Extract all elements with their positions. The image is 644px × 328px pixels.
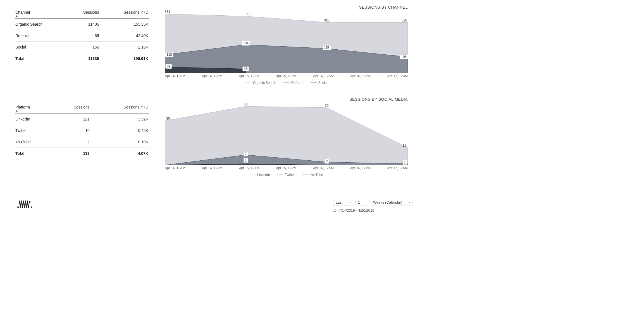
data-label: 328 <box>323 18 331 23</box>
select-value: Weeks (Calendar) <box>373 200 402 204</box>
col-label: Sessions <box>83 10 99 15</box>
data-label: 26 <box>242 67 249 71</box>
table-row[interactable]: Twitter 10 0.45K <box>15 125 149 136</box>
unit-select[interactable]: Weeks (Calendar) ▾ <box>371 199 412 206</box>
legend-swatch <box>302 175 308 175</box>
xtick: Apr 16, 12PM <box>350 74 371 78</box>
input-value: 1 <box>358 200 360 204</box>
cell-sessions: 165 <box>67 42 100 53</box>
table-row[interactable]: YouTube 2 0.10K <box>15 136 149 148</box>
table-total-row: Total 133 4.07K <box>15 148 149 159</box>
relative-select[interactable]: Last ▾ <box>333 199 353 206</box>
data-label: 184 <box>242 41 250 46</box>
chart-legend: Organic Search Referral Social <box>165 81 408 85</box>
date-range-text: 4/14/2019 - 4/20/2019 <box>339 208 374 213</box>
x-axis-ticks: Apr 14, 12AM Apr 14, 12PM Apr 15, 12AM A… <box>165 74 408 78</box>
chart-title: SESSIONS BY CHANNEL <box>165 5 408 9</box>
col-sessions-ytd[interactable]: Sessions YTD <box>91 103 149 114</box>
xtick: Apr 17, 12AM <box>387 74 408 78</box>
table-total-row: Total 11635 199.91K <box>15 53 149 64</box>
legend-item[interactable]: Referral <box>283 81 303 85</box>
sort-asc-icon: ▲ <box>15 109 50 112</box>
date-range-controls: Last ▾ 1 Weeks (Calendar) ▾ 🗓 4/14/2019 … <box>333 199 412 213</box>
chart-plot[interactable]: 30 40 39 12 7 2 1 1 <box>165 103 408 165</box>
legend-label: Organic Search <box>253 81 276 85</box>
amount-input[interactable]: 1 <box>356 199 368 206</box>
data-label: 328 <box>400 18 408 23</box>
data-label: 368 <box>245 12 252 16</box>
chart-plot[interactable]: 381 368 328 328 118 184 158 105 39 26 <box>165 11 408 73</box>
xtick: Apr 16, 12AM <box>313 74 333 78</box>
col-platform[interactable]: Platform ▲ <box>15 103 51 114</box>
chart-sessions-by-social[interactable]: SESSIONS BY SOCIAL MEDIA 30 40 39 12 7 2… <box>165 97 408 177</box>
x-axis-ticks: Apr 14, 12AM Apr 14, 12PM Apr 15, 12AM A… <box>165 166 408 170</box>
table-row[interactable]: LinkedIn 121 3.52K <box>15 114 149 125</box>
social-table[interactable]: Platform ▲ Sessions Sessions YTD LinkedI… <box>15 103 149 159</box>
table-row[interactable]: Social 165 2.16K <box>15 42 149 53</box>
xtick: Apr 14, 12PM <box>202 74 222 78</box>
legend-item[interactable]: Twitter <box>277 173 295 177</box>
xtick: Apr 16, 12AM <box>313 166 333 170</box>
col-sessions-ytd[interactable]: Sessions YTD <box>100 8 149 19</box>
logo-icon: .\\\\\'. <box>17 199 32 211</box>
legend-label: LinkedIn <box>257 173 270 177</box>
cell-name: Organic Search <box>15 19 67 30</box>
col-label: Platform <box>15 105 30 109</box>
cell-ytd: 155.35K <box>100 19 149 30</box>
legend-swatch <box>245 83 251 83</box>
cell-total-label: Total <box>15 148 51 159</box>
cell-sessions: 121 <box>51 114 91 125</box>
col-channel[interactable]: Channel ▲ <box>15 8 67 19</box>
chevron-down-icon: ▾ <box>349 201 351 204</box>
legend-label: Twitter <box>285 173 295 177</box>
xtick: Apr 14, 12AM <box>165 74 185 78</box>
data-label: 40 <box>243 102 249 107</box>
chevron-down-icon: ▾ <box>409 201 410 204</box>
table-row[interactable]: Organic Search 11405 155.35K <box>15 19 149 30</box>
legend-item[interactable]: LinkedIn <box>249 173 270 177</box>
channel-table[interactable]: Channel ▲ Sessions Sessions YTD Organic … <box>15 8 149 64</box>
data-label: 12 <box>401 144 407 148</box>
select-value: Last <box>336 200 343 204</box>
legend-label: YouTube <box>310 173 323 177</box>
cell-name: Social <box>15 42 67 53</box>
data-label: 2 <box>325 159 329 164</box>
table-row[interactable]: Referral 65 42.40K <box>15 30 149 42</box>
legend-swatch <box>277 175 283 175</box>
data-label: 1 <box>244 158 248 163</box>
cell-ytd: 0.10K <box>91 136 149 148</box>
data-label: 30 <box>165 117 171 121</box>
xtick: Apr 15, 12AM <box>239 166 259 170</box>
legend-item[interactable]: Organic Search <box>245 81 276 85</box>
col-sessions[interactable]: Sessions <box>51 103 91 114</box>
cell-total-sessions: 11635 <box>67 53 100 64</box>
data-label: 1 <box>403 160 407 165</box>
legend-item[interactable]: Social <box>311 81 328 85</box>
cell-ytd: 3.52K <box>91 114 149 125</box>
cell-ytd: 42.40K <box>100 30 149 42</box>
date-range-display[interactable]: 🗓 4/14/2019 - 4/20/2019 <box>333 208 374 213</box>
xtick: Apr 15, 12AM <box>239 74 259 78</box>
col-sessions[interactable]: Sessions <box>67 8 100 19</box>
cell-sessions: 10 <box>51 125 91 136</box>
cell-sessions: 11405 <box>67 19 100 30</box>
footer: .\\\\\'. Last ▾ 1 Weeks (Calendar) ▾ 🗓 4… <box>17 199 412 213</box>
xtick: Apr 14, 12PM <box>202 166 222 170</box>
cell-name: Twitter <box>15 125 51 136</box>
legend-item[interactable]: YouTube <box>302 173 323 177</box>
data-label: 105 <box>400 55 408 59</box>
cell-sessions: 65 <box>67 30 100 42</box>
xtick: Apr 16, 12PM <box>350 166 371 170</box>
col-label: Channel <box>15 10 30 15</box>
xtick: Apr 15, 12PM <box>276 74 296 78</box>
data-label: 39 <box>324 104 330 108</box>
col-label: Sessions <box>74 105 90 109</box>
table-sessions-by-social: Platform ▲ Sessions Sessions YTD LinkedI… <box>15 103 149 159</box>
cell-total-sessions: 133 <box>51 148 91 159</box>
data-label: 7 <box>244 152 248 156</box>
chart-sessions-by-channel[interactable]: SESSIONS BY CHANNEL 381 368 328 328 118 … <box>165 5 408 85</box>
col-label: Sessions YTD <box>124 105 148 109</box>
cell-total-ytd: 199.91K <box>100 53 149 64</box>
legend-label: Social <box>318 81 328 85</box>
xtick: Apr 14, 12AM <box>165 166 185 170</box>
